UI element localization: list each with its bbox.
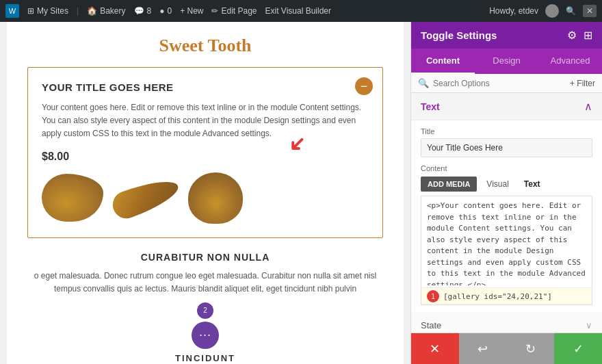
howdy-text: Howdy, etdev (489, 6, 538, 16)
edit-page-link[interactable]: ✏ Edit Page (211, 6, 257, 16)
my-sites-icon: ⊞ (27, 6, 34, 16)
comment-icon: 💬 (134, 6, 144, 16)
tab-advanced[interactable]: Advanced (538, 49, 602, 74)
settings-icon[interactable]: ⚙ (567, 29, 577, 42)
gallery-shortcode: [gallery ids="24,20,21"] (443, 292, 552, 301)
new-label: + New (180, 6, 203, 16)
page-wrapper: Sweet Tooth − YOUR TITLE GOES HERE Your … (7, 22, 404, 364)
admin-bar-right: Howdy, etdev 🔍 ✕ (489, 4, 597, 18)
refresh-button[interactable]: ↻ (507, 333, 555, 364)
wp-icon: W (5, 4, 19, 18)
panel-header: Toggle Settings ⚙ ⊞ (411, 22, 602, 49)
cancel-button[interactable]: ✕ (411, 333, 459, 364)
bubble-icon: ● (159, 6, 164, 16)
search-input[interactable] (433, 79, 566, 88)
grid-icon[interactable]: ⊞ (584, 29, 592, 42)
editor-toolbar: ADD MEDIA Visual Text (421, 177, 592, 192)
filter-button[interactable]: + Filter (570, 79, 595, 88)
collapse-button[interactable]: − (355, 77, 373, 95)
badge-number: 2 (197, 302, 213, 319)
my-sites-label: My Sites (37, 6, 68, 16)
content-editor-area: 1 [gallery ids="24,20,21"] (421, 196, 592, 305)
panel-search-area: 🔍 + Filter (411, 74, 602, 93)
tab-content[interactable]: Content (411, 49, 475, 74)
search-icon-admin[interactable]: 🔍 (566, 6, 576, 16)
content-area: Sweet Tooth − YOUR TITLE GOES HERE Your … (0, 22, 410, 364)
right-panel: Toggle Settings ⚙ ⊞ Content Design Advan… (410, 22, 602, 364)
search-icon: 🔍 (418, 78, 429, 88)
product-image-2 (109, 173, 183, 222)
comments-link[interactable]: 💬 8 (134, 6, 152, 16)
bakery-label: Bakery (100, 6, 125, 16)
state-label: State (421, 320, 441, 330)
product-image-1 (42, 174, 103, 222)
admin-bar: W ⊞ My Sites | 🏠 Bakery 💬 8 ● 0 + New ✏ … (0, 0, 602, 22)
content-textarea[interactable] (421, 196, 592, 285)
avatar[interactable] (545, 4, 559, 18)
product-title: YOUR TITLE GOES HERE (42, 81, 369, 93)
product-card: − YOUR TITLE GOES HERE Your content goes… (27, 67, 383, 238)
state-section-header[interactable]: State ∨ (411, 312, 602, 333)
panel-header-icons: ⚙ ⊞ (567, 29, 592, 42)
text-section-header[interactable]: Text ∧ (411, 93, 602, 120)
main-layout: Sweet Tooth − YOUR TITLE GOES HERE Your … (0, 22, 602, 364)
bubble-link[interactable]: ● 0 (159, 6, 172, 16)
add-media-button[interactable]: ADD MEDIA (421, 177, 477, 192)
panel-body: Text ∧ Title Content ADD MEDIA Visual Te… (411, 93, 602, 333)
panel-tabs: Content Design Advanced (411, 49, 602, 74)
panel-footer: ✕ ↩ ↻ ✓ (411, 333, 602, 364)
bubble-count: 0 (167, 6, 172, 16)
sep1: | (77, 6, 79, 16)
editor-tab-visual[interactable]: Visual (481, 177, 514, 192)
product-images: ➜ (42, 172, 369, 224)
chevron-up-icon: ∧ (584, 100, 592, 113)
my-sites-link[interactable]: ⊞ My Sites (27, 6, 68, 16)
tab-design[interactable]: Design (475, 49, 538, 74)
section-title: CURABITUR NON NULLA (27, 252, 383, 263)
site-title: Sweet Tooth (27, 36, 383, 56)
product-price: $8.00 (42, 151, 369, 163)
chevron-down-icon-state: ∨ (586, 320, 592, 330)
panel-title: Toggle Settings (421, 29, 497, 41)
title-field-label: Title (421, 127, 592, 135)
close-icon-admin[interactable]: ✕ (583, 5, 597, 17)
reset-button[interactable]: ↩ (459, 333, 507, 364)
title-field[interactable] (421, 138, 592, 157)
editor-tab-text[interactable]: Text (519, 177, 546, 192)
product-image-3 (188, 172, 243, 224)
badge-dots[interactable]: ··· (192, 322, 219, 349)
edit-page-label: Edit Page (221, 6, 257, 16)
save-button[interactable]: ✓ (554, 333, 602, 364)
exit-vb-label: Exit Visual Builder (265, 6, 332, 16)
bakery-link[interactable]: 🏠 Bakery (87, 6, 125, 16)
exit-vb-link[interactable]: Exit Visual Builder (265, 6, 332, 16)
product-description: Your content goes here. Edit or remove t… (42, 101, 369, 141)
gallery-line: 1 [gallery ids="24,20,21"] (421, 287, 592, 304)
badge-area: 2 ··· TINCIDUNT (27, 302, 383, 363)
tincidunt-label: TINCIDUNT (27, 353, 383, 363)
home-icon: 🏠 (87, 6, 97, 16)
text-section-label: Text (421, 101, 440, 112)
new-link[interactable]: + New (180, 6, 203, 16)
content-field-label: Content (421, 164, 592, 172)
text-section-body: Title Content ADD MEDIA Visual Text 1 [g… (411, 120, 602, 312)
edit-icon: ✏ (211, 6, 218, 16)
gallery-badge: 1 (427, 290, 439, 302)
comments-count: 8 (147, 6, 152, 16)
section-text: o eget malesuada. Donec rutrum congue le… (27, 270, 383, 296)
wp-logo[interactable]: W (5, 4, 19, 18)
